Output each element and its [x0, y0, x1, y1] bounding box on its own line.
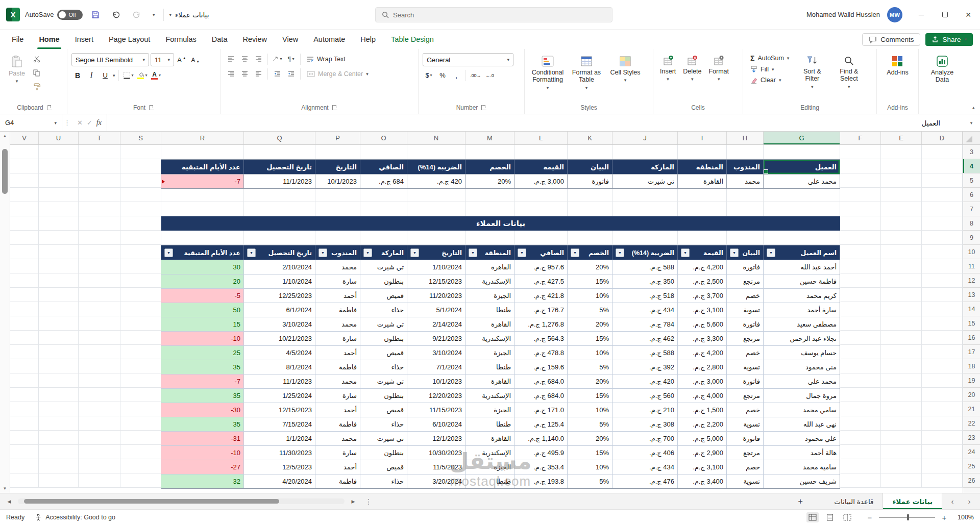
file-name[interactable]: بيانات عملاء ▾ — [169, 11, 209, 19]
main-header-cell[interactable]: القيمة▼ — [677, 245, 726, 260]
cell[interactable]: خصم — [726, 460, 763, 474]
name-box[interactable]: G4 ▾ — [0, 114, 62, 131]
cell[interactable]: 5% — [567, 360, 612, 374]
sheet-tab-0[interactable]: قاعدة البيانات — [825, 493, 883, 509]
cell[interactable]: 684 ج.م. — [360, 174, 407, 188]
cell[interactable]: طنطا — [465, 417, 514, 431]
cell[interactable]: قميص — [360, 345, 407, 360]
cell[interactable]: 434 ج.م. — [612, 303, 677, 317]
ribbon-tab-formulas[interactable]: Formulas — [158, 30, 204, 49]
cell[interactable]: نهى عبد الله — [763, 417, 840, 431]
cell[interactable]: -10 — [161, 331, 243, 345]
filter-button[interactable]: ▼ — [164, 248, 173, 257]
decrease-decimal-button[interactable]: ←.0 — [484, 69, 496, 81]
cell[interactable]: 15% — [567, 388, 612, 403]
cell[interactable]: مرتجع — [726, 274, 763, 288]
align-left-button[interactable] — [252, 68, 264, 80]
cell[interactable]: 1,140.0 ج.م. — [514, 431, 567, 445]
font-name-combo[interactable]: Segoe UI Semibold▾ — [71, 53, 149, 66]
cell[interactable]: 5% — [567, 474, 612, 488]
cell[interactable]: القاهرة — [465, 431, 514, 445]
row-header-14[interactable]: 14 — [963, 302, 980, 316]
undo-button[interactable] — [108, 8, 124, 21]
cell[interactable]: 478.8 ج.م. — [514, 345, 567, 360]
cell[interactable]: 350 ج.م. — [612, 274, 677, 288]
cell[interactable]: 1/25/2024 — [243, 388, 315, 403]
cell[interactable]: 3/10/2024 — [243, 317, 315, 331]
merge-center-button[interactable]: Merge & Center ▾ — [304, 69, 372, 79]
cell[interactable]: سارة — [315, 331, 360, 345]
cell[interactable]: 10/30/2023 — [407, 445, 465, 460]
decrease-font-button[interactable]: A▼ — [189, 54, 202, 66]
sort-filter-button[interactable]: Sort & Filter ▾ — [795, 53, 829, 91]
row-header-15[interactable]: 15 — [963, 316, 980, 331]
cell[interactable]: الإسكندرية — [465, 274, 514, 288]
cell[interactable]: الجيزة — [465, 403, 514, 417]
cell[interactable]: -7 — [161, 174, 243, 188]
main-header-cell[interactable]: الماركة▼ — [360, 245, 407, 260]
row-header-12[interactable]: 12 — [963, 273, 980, 288]
cell[interactable]: 308 ج.م. — [612, 417, 677, 431]
cell[interactable]: بنطلون — [360, 445, 407, 460]
cell[interactable]: 11/20/2023 — [407, 288, 465, 303]
cell[interactable]: 20% — [567, 431, 612, 445]
cell[interactable]: حذاء — [360, 303, 407, 317]
cell[interactable]: 10% — [567, 288, 612, 303]
cell[interactable]: 4,200 ج.م. — [677, 260, 726, 274]
accessibility-status[interactable]: Accessibility: Good to go — [35, 514, 115, 521]
row-header-26[interactable]: 26 — [963, 473, 980, 488]
row-header-5[interactable]: 5 — [963, 173, 980, 188]
collapse-ribbon-icon[interactable]: ▾ — [972, 106, 975, 111]
cell[interactable]: قميص — [360, 288, 407, 303]
sheet-nav-right[interactable]: › — [963, 497, 976, 506]
main-header-cell[interactable]: الضريبة (14%)▼ — [612, 245, 677, 260]
row-header-22[interactable]: 22 — [963, 416, 980, 431]
row-header-19[interactable]: 19 — [963, 373, 980, 388]
zoom-in-button[interactable]: + — [940, 513, 948, 522]
cell[interactable]: مرتجع — [726, 388, 763, 403]
cell[interactable]: 564.3 ج.م. — [514, 331, 567, 345]
row-header-3[interactable]: 3 — [963, 145, 980, 159]
row-header-20[interactable]: 20 — [963, 388, 980, 402]
row-header-7[interactable]: 7 — [963, 202, 980, 216]
cell[interactable]: 20% — [567, 317, 612, 331]
cell[interactable]: القاهرة — [465, 260, 514, 274]
scroll-left-arrow[interactable]: ◀ — [4, 499, 14, 504]
format-as-table-button[interactable]: Format as Table ▾ — [568, 53, 605, 92]
filter-button[interactable]: ▼ — [410, 248, 419, 257]
column-header-M[interactable]: M — [465, 132, 514, 144]
avatar[interactable]: MW — [887, 7, 902, 22]
number-format-combo[interactable]: General▾ — [423, 53, 513, 66]
expand-formula-bar-icon[interactable]: ▾ — [963, 114, 980, 131]
cell[interactable]: هالة أحمد — [763, 445, 840, 460]
cell[interactable]: حذاء — [360, 417, 407, 431]
cell[interactable]: طنطا — [465, 303, 514, 317]
cell[interactable]: 434 ج.م. — [612, 460, 677, 474]
ribbon-tab-help[interactable]: Help — [353, 30, 383, 49]
cell[interactable]: 35 — [161, 360, 243, 374]
filter-button[interactable]: ▼ — [363, 248, 372, 257]
filter-button[interactable]: ▼ — [730, 248, 739, 257]
cell[interactable]: قميص — [360, 460, 407, 474]
filter-button[interactable]: ▼ — [571, 248, 579, 257]
clear-button[interactable]: Clear▾ — [747, 76, 792, 85]
zoom-out-button[interactable]: − — [866, 513, 874, 522]
cell[interactable]: 353.4 ج.م. — [514, 460, 567, 474]
search-input[interactable]: Search — [375, 7, 612, 22]
cell[interactable]: 15% — [567, 445, 612, 460]
cell[interactable]: فاطمة — [315, 474, 360, 488]
ribbon-tab-review[interactable]: Review — [235, 30, 275, 49]
vertical-scrollbar[interactable]: ▲ ▼ — [0, 132, 10, 493]
scroll-down-arrow[interactable]: ▼ — [0, 486, 10, 491]
cell[interactable]: 10% — [567, 345, 612, 360]
cell[interactable]: محمد — [315, 374, 360, 388]
font-color-button[interactable]: A ▾ — [150, 69, 162, 81]
cell[interactable]: فاتورة — [726, 260, 763, 274]
cell[interactable]: منى محمود — [763, 360, 840, 374]
cell[interactable]: 420 ج.م. — [407, 174, 465, 188]
cell[interactable]: 176.7 ج.م. — [514, 303, 567, 317]
ribbon-tab-data[interactable]: Data — [204, 30, 235, 49]
cell[interactable]: تسوية — [726, 360, 763, 374]
cell[interactable]: قميص — [360, 403, 407, 417]
main-header-cell[interactable]: اسم العميل▼ — [763, 245, 840, 260]
